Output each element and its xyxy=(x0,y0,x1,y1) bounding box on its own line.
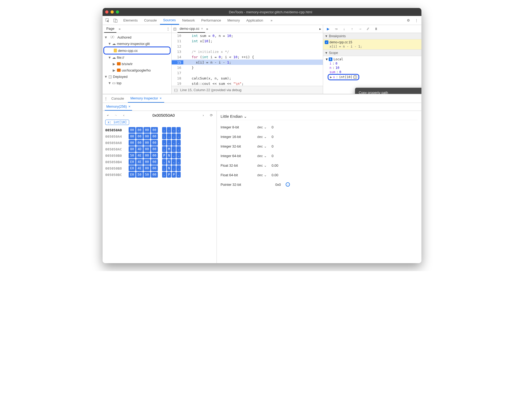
tree-file-scheme[interactable]: ▼☁file:// xyxy=(103,54,171,61)
hex-ascii[interactable]: . xyxy=(172,165,176,171)
hex-byte[interactable]: 4E xyxy=(136,159,143,165)
deactivate-breakpoints-icon[interactable]: ⁄⁄ xyxy=(365,26,371,32)
code-line[interactable]: 14 for (int i = 0; i < 10; ++i) { xyxy=(172,54,323,60)
tab-performance[interactable]: Performance xyxy=(198,16,224,25)
hex-byte[interactable]: 00 xyxy=(143,159,150,165)
hex-byte[interactable]: 00 xyxy=(151,146,158,152)
format-select[interactable]: dec ⌄ xyxy=(257,154,267,158)
device-toolbar-icon[interactable] xyxy=(112,17,119,24)
close-memory-tab-icon[interactable]: × xyxy=(128,104,130,108)
hex-byte[interactable]: 00 xyxy=(136,127,143,133)
scope-header[interactable]: ▼Scope xyxy=(323,50,421,56)
hex-row[interactable]: 005050A800000000.... xyxy=(105,140,214,146)
scope-var-x[interactable]: ▶ x: int[10] ⠿ xyxy=(328,75,358,79)
scope-var-i[interactable]: i: 0 xyxy=(325,61,420,66)
tab-elements[interactable]: Elements xyxy=(120,16,141,25)
hex-ascii[interactable]: . xyxy=(162,140,166,146)
hex-byte[interactable]: 80 xyxy=(129,146,136,152)
drawer-memory-inspector-tab[interactable]: Memory Inspector× xyxy=(128,94,164,103)
breakpoint-item[interactable]: ✓demo-cpp.cc:15 x[i] = n - i - 1; xyxy=(323,39,421,50)
hex-ascii[interactable]: . xyxy=(162,172,166,178)
hex-ascii[interactable]: P xyxy=(167,172,171,178)
format-select[interactable]: dec ⌄ xyxy=(257,163,267,167)
hex-ascii[interactable]: . xyxy=(172,153,176,158)
close-tab-icon[interactable]: × xyxy=(201,27,203,31)
editor-tabs-overflow[interactable]: » xyxy=(206,27,208,31)
next-page-icon[interactable]: › xyxy=(201,113,206,117)
inspect-element-icon[interactable] xyxy=(104,17,111,24)
hex-byte[interactable]: 00 xyxy=(151,172,158,178)
step-over-icon[interactable]: ⤼ xyxy=(333,26,339,32)
hex-row[interactable]: 005050B0504E0000PN.. xyxy=(105,153,214,158)
hex-ascii[interactable]: N xyxy=(167,153,171,158)
pretty-print-icon[interactable]: { } xyxy=(174,88,178,92)
hex-ascii[interactable]: . xyxy=(176,165,181,171)
hex-ascii[interactable]: . xyxy=(172,133,176,139)
close-window-icon[interactable] xyxy=(105,10,108,14)
tree-deployed[interactable]: ▼◫Deployed xyxy=(103,73,171,80)
hex-byte[interactable]: 00 xyxy=(129,127,136,133)
hex-byte[interactable]: 50 xyxy=(136,172,143,178)
more-icon[interactable]: ⋮ xyxy=(413,17,420,24)
hex-ascii[interactable]: . xyxy=(176,146,181,152)
hex-ascii[interactable]: . xyxy=(176,153,181,158)
hex-ascii[interactable]: . xyxy=(167,133,171,139)
hex-byte[interactable]: 00 xyxy=(151,133,158,139)
tree-host[interactable]: ▼☁memory-inspector.glit xyxy=(103,40,171,47)
step-icon[interactable]: → xyxy=(357,26,363,32)
hex-byte[interactable]: E0 xyxy=(129,159,136,165)
hex-ascii[interactable]: . xyxy=(162,133,166,139)
step-into-icon[interactable]: ↓ xyxy=(341,26,347,32)
endian-select[interactable]: Little Endian ⌄ xyxy=(221,113,418,120)
code-line[interactable]: 19 std::cout << sum << "\n"; xyxy=(172,81,323,86)
run-snippet-icon[interactable]: ▸ xyxy=(319,27,321,31)
hex-byte[interactable]: 00 xyxy=(143,165,150,171)
tree-file-demo-cpp[interactable]: demo-cpp.cc xyxy=(104,47,170,54)
hex-ascii[interactable]: . xyxy=(162,165,166,171)
hex-byte[interactable]: E0 xyxy=(129,172,136,178)
drawer-more-icon[interactable]: ⋮ xyxy=(104,96,108,100)
hex-ascii[interactable]: N xyxy=(167,159,171,165)
tree-folder-2[interactable]: ▶usr/local/google/ho xyxy=(103,67,171,73)
settings-icon[interactable]: ⚙ xyxy=(405,17,412,24)
tree-folder-1[interactable]: ▶b/s/w/ir xyxy=(103,61,171,67)
hex-byte[interactable]: 00 xyxy=(151,159,158,165)
undo-icon[interactable]: ↶ xyxy=(105,113,111,117)
navigator-overflow[interactable]: » xyxy=(116,25,122,33)
navigator-more-icon[interactable]: ⋮ xyxy=(166,27,170,31)
drawer-console-tab[interactable]: Console xyxy=(109,94,127,103)
format-select[interactable]: dec ⌄ xyxy=(257,135,267,139)
memory-icon[interactable]: ⠿ xyxy=(353,75,357,79)
editor-tab-demo-cpp[interactable]: demo-cpp.cc × xyxy=(178,25,205,33)
format-select[interactable]: dec ⌄ xyxy=(257,144,267,148)
scope-var-sum[interactable]: sum: 0 xyxy=(325,70,420,74)
hex-row[interactable]: 005050B8E04E0000.N.. xyxy=(105,165,214,171)
close-drawer-tab-icon[interactable]: × xyxy=(160,96,162,100)
tab-page[interactable]: Page xyxy=(104,25,116,33)
hex-byte[interactable]: 50 xyxy=(143,172,150,178)
hex-ascii[interactable]: . xyxy=(176,127,181,133)
hex-ascii[interactable]: . xyxy=(167,127,171,133)
refresh-icon[interactable]: ⟳ xyxy=(209,113,214,117)
resume-icon[interactable]: ▶ xyxy=(325,26,331,32)
hex-byte[interactable]: 50 xyxy=(129,153,136,158)
hex-row[interactable]: 005050BCE0505000.PP. xyxy=(105,172,214,178)
hex-ascii[interactable]: . xyxy=(172,127,176,133)
code-line[interactable]: 15 x[i] = n - i - 1; xyxy=(172,60,323,65)
hex-byte[interactable]: 00 xyxy=(151,165,158,171)
hex-byte[interactable]: 00 xyxy=(143,153,150,158)
tree-top[interactable]: ▼▭top xyxy=(103,80,171,86)
code-line[interactable]: 12 xyxy=(172,44,323,49)
tree-authored[interactable]: ▼〈/〉Authored xyxy=(103,34,171,40)
hex-ascii[interactable]: . xyxy=(162,127,166,133)
hex-byte[interactable]: 00 xyxy=(143,127,150,133)
hex-byte[interactable]: 00 xyxy=(151,140,158,146)
hex-ascii[interactable]: P xyxy=(172,172,176,178)
hex-byte[interactable]: 4E xyxy=(136,153,143,158)
hex-ascii[interactable]: . xyxy=(172,146,176,152)
step-out-icon[interactable]: ↑ xyxy=(349,26,355,32)
tab-application[interactable]: Application xyxy=(243,16,267,25)
address-input[interactable] xyxy=(129,113,198,117)
pause-exceptions-icon[interactable]: ⏸ xyxy=(373,26,379,32)
hex-row[interactable]: 005050A400000000.... xyxy=(105,133,214,139)
